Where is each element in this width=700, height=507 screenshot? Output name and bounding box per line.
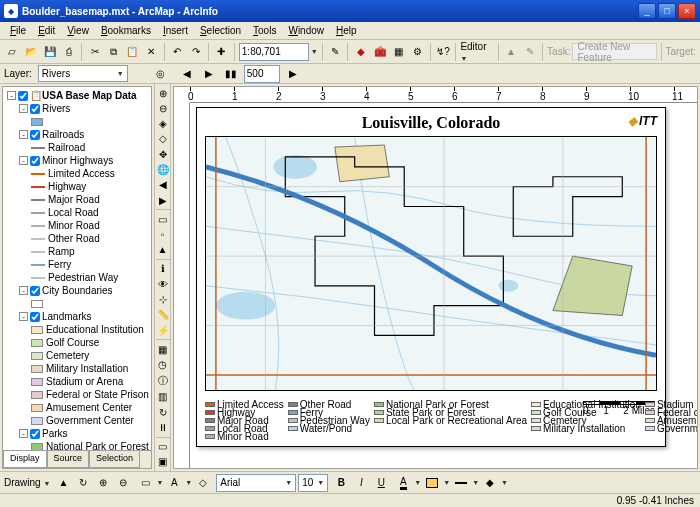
measure-icon[interactable]: 📏	[155, 308, 171, 322]
delete-icon[interactable]: ✕	[143, 43, 160, 61]
toc-check[interactable]	[30, 156, 40, 166]
menu-insert[interactable]: Insert	[157, 23, 194, 38]
catalog-icon[interactable]: ◆	[352, 43, 369, 61]
text-dropdown-icon[interactable]: ▼	[185, 479, 192, 486]
zoom-out-draw-icon[interactable]: ⊖	[114, 474, 132, 492]
toc-root[interactable]: -📋 USA Base Map Data	[5, 89, 149, 102]
select-element-icon[interactable]: ▲	[155, 243, 171, 257]
full-extent-icon[interactable]: 🌐	[155, 162, 171, 176]
viewer-icon[interactable]: ▥	[155, 390, 171, 404]
toc-group[interactable]: -Parks	[5, 427, 149, 440]
toc-item[interactable]: Cemetery	[5, 349, 149, 362]
add-data-icon[interactable]: ✚	[213, 43, 230, 61]
time-slider-icon[interactable]: ◷	[155, 357, 171, 371]
minimize-button[interactable]: _	[638, 3, 656, 19]
menu-help[interactable]: Help	[330, 23, 363, 38]
map-tips-icon[interactable]: ⓘ	[155, 373, 171, 389]
font-combo[interactable]: Arial▼	[216, 474, 296, 492]
menu-tools[interactable]: Tools	[247, 23, 282, 38]
italic-button[interactable]: I	[352, 474, 370, 492]
menu-window[interactable]: Window	[282, 23, 330, 38]
redo-icon[interactable]: ↷	[187, 43, 204, 61]
scale-dropdown-icon[interactable]: ▼	[311, 48, 318, 55]
ruler-play-icon[interactable]: ▶	[284, 65, 302, 83]
toc-check[interactable]	[30, 130, 40, 140]
goto-xy-icon[interactable]: ⊹	[155, 292, 171, 306]
drawing-menu[interactable]: Drawing ▼	[4, 477, 50, 488]
toc-item[interactable]: Ferry	[5, 258, 149, 271]
menu-file[interactable]: File	[4, 23, 32, 38]
refresh-icon[interactable]: ↻	[155, 405, 171, 419]
map-frame[interactable]	[205, 136, 657, 391]
zoomout-icon[interactable]: ⊖	[155, 101, 171, 115]
toc-group[interactable]: -Minor Highways	[5, 154, 149, 167]
editor-tool-icon[interactable]: ✎	[327, 43, 344, 61]
toc-group[interactable]: -Landmarks	[5, 310, 149, 323]
menu-edit[interactable]: Edit	[32, 23, 61, 38]
print-icon[interactable]: ⎙	[60, 43, 77, 61]
paste-icon[interactable]: 📋	[124, 43, 141, 61]
clear-selection-icon[interactable]: ▫	[155, 227, 171, 241]
select-features-icon[interactable]: ▭	[155, 212, 171, 226]
marker-color-icon[interactable]: ◆	[481, 474, 499, 492]
edit-vertices-icon[interactable]: ◇	[194, 474, 212, 492]
new-icon[interactable]: ▱	[4, 43, 21, 61]
line-color-dropdown[interactable]: ▼	[472, 479, 479, 486]
layout-page[interactable]: Louisville, Colorado ITT	[196, 107, 666, 447]
toc-item[interactable]: Golf Course	[5, 336, 149, 349]
font-color-icon[interactable]: A	[394, 474, 412, 492]
toc-item[interactable]: Federal or State Prison	[5, 388, 149, 401]
toc-item[interactable]: Highway	[5, 180, 149, 193]
bold-button[interactable]: B	[332, 474, 350, 492]
ruler-prev-icon[interactable]: ◀	[178, 65, 196, 83]
toc-item[interactable]: Other Road	[5, 232, 149, 245]
toc-tab-display[interactable]: Display	[3, 451, 47, 468]
rotate-icon[interactable]: ↻	[74, 474, 92, 492]
toc-check[interactable]	[30, 286, 40, 296]
toc-group[interactable]: -Rivers	[5, 102, 149, 115]
toc-tab-source[interactable]: Source	[47, 451, 90, 468]
pause-drawing-icon[interactable]: ⏸	[155, 420, 171, 434]
copy-icon[interactable]: ⧉	[105, 43, 122, 61]
layout-canvas[interactable]: 01234567891011 Louisville, Colorado ITT	[173, 86, 698, 469]
fontsize-combo[interactable]: 10▼	[298, 474, 328, 492]
zoom-in-draw-icon[interactable]: ⊕	[94, 474, 112, 492]
toc-item[interactable]: Limited Access	[5, 167, 149, 180]
underline-button[interactable]: U	[372, 474, 390, 492]
menu-selection[interactable]: Selection	[194, 23, 247, 38]
toc-root-check[interactable]	[18, 91, 28, 101]
pan-icon[interactable]: ✥	[155, 147, 171, 161]
toc-item[interactable]	[5, 297, 149, 310]
scale-input[interactable]	[239, 43, 309, 61]
fill-color-icon[interactable]	[423, 474, 441, 492]
editor-menu[interactable]: Editor ▼	[460, 41, 493, 63]
fwd-extent-icon[interactable]: ▶	[155, 193, 171, 207]
toc-item[interactable]: National Park or Forest	[5, 440, 149, 450]
html-popup-icon[interactable]: ▦	[155, 342, 171, 356]
undo-icon[interactable]: ↶	[168, 43, 185, 61]
layer-combo[interactable]: Rivers ▼	[38, 65, 128, 82]
toolbox-icon[interactable]: 🧰	[371, 43, 388, 61]
shape-dropdown-icon[interactable]: ▼	[156, 479, 163, 486]
toc-item[interactable]: Stadium or Arena	[5, 375, 149, 388]
fill-color-dropdown[interactable]: ▼	[443, 479, 450, 486]
pointer-help-icon[interactable]: ↯?	[435, 43, 452, 61]
close-button[interactable]: ×	[678, 3, 696, 19]
toc-check[interactable]	[30, 429, 40, 439]
open-icon[interactable]: 📂	[23, 43, 40, 61]
toc-item[interactable]: Amusement Center	[5, 401, 149, 414]
toc-item[interactable]: Educational Institution	[5, 323, 149, 336]
toc-item[interactable]: Major Road	[5, 193, 149, 206]
toc-item[interactable]: Ramp	[5, 245, 149, 258]
ruler-next-icon[interactable]: ▶	[200, 65, 218, 83]
find-icon[interactable]: 👁	[155, 277, 171, 291]
data-view-icon[interactable]: ▭	[155, 439, 171, 453]
target-layer-icon[interactable]: ◎	[152, 65, 170, 83]
toc-item[interactable]: Minor Road	[5, 219, 149, 232]
ruler-pause-icon[interactable]: ▮▮	[222, 65, 240, 83]
toc-check[interactable]	[30, 104, 40, 114]
text-tool-icon[interactable]: A	[165, 474, 183, 492]
cut-icon[interactable]: ✂	[86, 43, 103, 61]
toc-check[interactable]	[30, 312, 40, 322]
toc-item[interactable]: Military Installation	[5, 362, 149, 375]
